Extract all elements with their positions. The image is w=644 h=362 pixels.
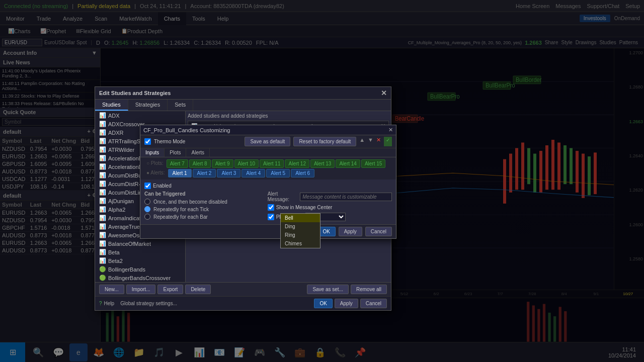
show-message-checkbox[interactable] — [268, 204, 274, 211]
trigger-label-1: Once, and then become disabled — [153, 199, 227, 205]
customizing-title: CF_Pro_Bull_Candles Customizing ✕ — [140, 125, 396, 135]
trigger-radio-2[interactable] — [144, 206, 150, 212]
alert-main-tab-6[interactable]: Alert 6 — [291, 169, 314, 177]
customizing-footer: OK Apply Cancel — [140, 224, 396, 238]
alert-tab-13[interactable]: Alert 13 — [310, 159, 335, 168]
thermo-mode-row: Thermo Mode Save as default Reset to fac… — [140, 135, 396, 148]
alert-tab-11[interactable]: Alert 11 — [260, 159, 284, 168]
customizing-dialog: CF_Pro_Bull_Candles Customizing ✕ Thermo… — [140, 125, 396, 239]
list-item[interactable]: 🟢BollingerBandsCrossover — [95, 274, 185, 282]
sd-tab-plots[interactable]: Plots — [165, 148, 186, 157]
alert-main-tab-3[interactable]: Alert 3 — [217, 169, 240, 177]
global-strategy-btn[interactable]: Global strategy settings... — [120, 301, 177, 306]
two-col-section: Can be Triggered Once, and then become d… — [144, 191, 392, 221]
plots-radio[interactable]: ○ Plots: — [144, 159, 166, 168]
trigger-row-2: Repeatedly for each Tick — [144, 206, 262, 212]
trigger-label-2: Repeatedly for each Tick — [153, 207, 209, 212]
play-sound-checkbox[interactable] — [268, 214, 274, 220]
cancel-btn[interactable]: Cancel — [360, 299, 387, 308]
alert-tabs-top: ○ Plots: Alert 7 Alert 8 Alert 9 Alert 1… — [140, 157, 396, 168]
alert-main-tab-2[interactable]: Alert 2 — [193, 169, 216, 177]
tab-studies[interactable]: Studies — [95, 100, 128, 111]
sound-dropdown: Bell Ding Ring Chimes — [280, 213, 320, 248]
tab-strategies[interactable]: Strategies — [128, 100, 168, 111]
customizing-close-btn[interactable]: ✕ — [388, 127, 393, 133]
alert-main-tab-5[interactable]: Alert 5 — [266, 169, 290, 177]
list-item[interactable]: 📊ADX — [95, 111, 185, 120]
alert-tab-15[interactable]: Alert 15 — [361, 159, 385, 168]
edit-studies-title: Edit Studies and Strategies ✕ — [95, 87, 391, 100]
customizing-tabs: Inputs Plots Alerts — [140, 148, 396, 157]
sound-option-ring[interactable]: Ring — [281, 231, 320, 239]
new-btn[interactable]: New... — [99, 285, 124, 294]
alert-tab-7[interactable]: Alert 7 — [167, 159, 188, 168]
export-btn[interactable]: Export — [157, 285, 183, 294]
trigger-label-3: Repeatedly for each Bar — [153, 214, 208, 220]
ok-btn[interactable]: OK — [314, 299, 332, 308]
enabled-checkbox[interactable] — [144, 183, 151, 189]
list-item[interactable]: 🟢BollingerBands — [95, 265, 185, 274]
sound-option-chimes[interactable]: Chimes — [281, 239, 320, 248]
alert-message-row: Alert Message: — [268, 191, 392, 202]
save-as-default-btn[interactable]: Save as default — [245, 137, 290, 146]
sd-tab-inputs[interactable]: Inputs — [140, 148, 165, 157]
trigger-row-1: Once, and then become disabled — [144, 199, 262, 205]
import-btn[interactable]: Import... — [126, 285, 156, 294]
help-icon: ? — [99, 301, 102, 306]
save-as-set-btn[interactable]: Save as set... — [307, 285, 349, 294]
enabled-label: Enabled — [153, 183, 172, 189]
alert-tab-9[interactable]: Alert 9 — [212, 159, 233, 168]
list-item[interactable]: 📊Beta2 — [95, 256, 185, 265]
edit-studies-footer: New... Import... Export Delete Save as s… — [95, 282, 391, 296]
trigger-section: Can be Triggered Once, and then become d… — [144, 191, 262, 221]
edit-studies-tabs: Studies Strategies Sets — [95, 100, 391, 111]
customizing-dn-btn[interactable]: ▼ — [368, 137, 373, 146]
customizing-up-btn[interactable]: ▲ — [359, 137, 365, 146]
customizing-body: Enabled Can be Triggered Once, and then … — [140, 179, 396, 224]
apply-btn[interactable]: Apply — [335, 299, 358, 308]
alert-tab-14[interactable]: Alert 14 — [336, 159, 360, 168]
list-item[interactable]: 📊Beta — [95, 248, 185, 256]
customizing-check-btn[interactable]: ✓ — [384, 137, 392, 146]
alert-tabs-main: ● Alerts: Alert 1 Alert 2 Alert 3 Alert … — [140, 168, 396, 179]
sound-option-ding[interactable]: Ding — [281, 222, 320, 231]
thermo-mode-checkbox[interactable] — [144, 138, 151, 145]
trigger-radio-1[interactable] — [144, 199, 150, 205]
alert-main-tab-4[interactable]: Alert 4 — [242, 169, 265, 177]
show-message-label: Show in Message Center — [276, 205, 333, 210]
alert-tab-8[interactable]: Alert 8 — [189, 159, 211, 168]
customizing-x-btn[interactable]: ✕ — [376, 137, 381, 146]
added-studies-label: Added studies and added strategies — [188, 113, 389, 119]
remove-all-btn[interactable]: Remove all — [351, 285, 387, 294]
reset-factory-btn[interactable]: Reset to factory default — [293, 137, 356, 146]
edit-studies-bottom: ? Help Global strategy settings... OK Ap… — [95, 296, 391, 310]
help-btn[interactable]: Help — [104, 301, 115, 306]
alerts-radio[interactable]: ● Alerts: — [144, 169, 167, 177]
delete-btn[interactable]: Delete — [185, 285, 211, 294]
list-item[interactable]: 📊BalanceOfMarket — [95, 239, 185, 248]
trigger-section-label: Can be Triggered — [144, 191, 262, 197]
alert-message-label: Alert Message: — [268, 191, 298, 202]
edit-studies-close-btn[interactable]: ✕ — [381, 89, 387, 97]
sd-cancel-btn[interactable]: Cancel — [365, 227, 392, 236]
show-message-row: Show in Message Center — [268, 204, 392, 211]
enabled-row: Enabled — [144, 183, 392, 189]
alert-message-input[interactable] — [300, 193, 392, 201]
alert-tab-12[interactable]: Alert 12 — [285, 159, 309, 168]
trigger-row-3: Repeatedly for each Bar — [144, 214, 262, 220]
sound-option-bell[interactable]: Bell — [281, 214, 320, 222]
alert-main-tab-1[interactable]: Alert 1 — [168, 169, 192, 177]
alert-tab-10[interactable]: Alert 10 — [234, 159, 259, 168]
trigger-radio-3[interactable] — [144, 214, 150, 220]
tab-sets[interactable]: Sets — [168, 100, 193, 111]
sd-apply-btn[interactable]: Apply — [339, 227, 362, 236]
sd-tab-alerts[interactable]: Alerts — [186, 148, 210, 157]
thermo-mode-label: Thermo Mode — [154, 139, 185, 144]
